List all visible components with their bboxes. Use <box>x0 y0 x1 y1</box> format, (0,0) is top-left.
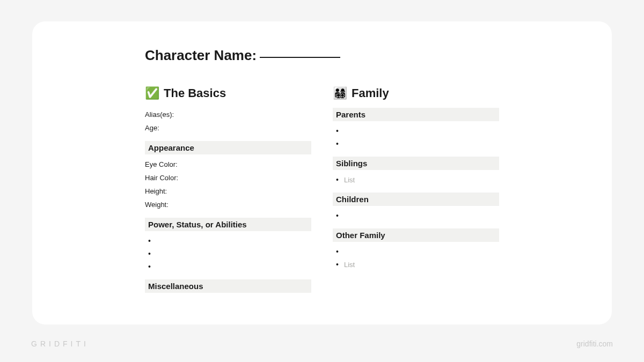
family-heading-text: Family <box>352 86 389 100</box>
list-item[interactable] <box>336 209 499 222</box>
watermark-url: gridfiti.com <box>576 339 613 348</box>
parents-heading: Parents <box>333 108 499 121</box>
list-item[interactable] <box>148 234 311 247</box>
family-icon: 👨‍👩‍👧‍👦 <box>333 86 347 100</box>
list-item[interactable] <box>148 247 311 260</box>
list-item[interactable] <box>148 260 311 273</box>
other-family-bullets: List <box>333 245 499 271</box>
field-alias[interactable]: Alias(es): <box>145 108 311 121</box>
power-bullets <box>145 234 311 273</box>
list-item[interactable]: List <box>336 258 499 271</box>
misc-heading: Miscellaneous <box>145 279 311 293</box>
appearance-heading: Appearance <box>145 141 311 154</box>
children-heading: Children <box>333 193 499 206</box>
field-age[interactable]: Age: <box>145 121 311 135</box>
columns: ✅ The Basics Alias(es): Age: Appearance … <box>145 86 499 296</box>
parents-bullets <box>333 124 499 150</box>
list-item[interactable] <box>336 245 499 258</box>
page-title: Character Name: <box>145 47 499 64</box>
basics-heading: ✅ The Basics <box>145 86 311 100</box>
right-column: 👨‍👩‍👧‍👦 Family Parents Siblings List Chi… <box>333 86 499 296</box>
field-weight[interactable]: Weight: <box>145 198 311 211</box>
list-item[interactable] <box>336 124 499 137</box>
title-blank-line[interactable] <box>260 57 340 58</box>
content-wrapper: Character Name: ✅ The Basics Alias(es): … <box>145 47 499 296</box>
family-heading: 👨‍👩‍👧‍👦 Family <box>333 86 499 100</box>
siblings-bullets: List <box>333 173 499 186</box>
power-heading: Power, Status, or Abilities <box>145 218 311 231</box>
title-label: Character Name: <box>145 47 257 64</box>
basics-heading-text: The Basics <box>164 86 226 100</box>
list-item[interactable]: List <box>336 173 499 186</box>
check-icon: ✅ <box>145 86 159 100</box>
left-column: ✅ The Basics Alias(es): Age: Appearance … <box>145 86 311 296</box>
watermark-logo: GRIDFITI <box>31 339 89 348</box>
field-height[interactable]: Height: <box>145 184 311 198</box>
field-eye-color[interactable]: Eye Color: <box>145 158 311 171</box>
field-hair-color[interactable]: Hair Color: <box>145 171 311 184</box>
other-family-heading: Other Family <box>333 228 499 242</box>
template-card: Character Name: ✅ The Basics Alias(es): … <box>32 21 612 324</box>
children-bullets <box>333 209 499 222</box>
list-item[interactable] <box>336 137 499 150</box>
siblings-heading: Siblings <box>333 157 499 170</box>
